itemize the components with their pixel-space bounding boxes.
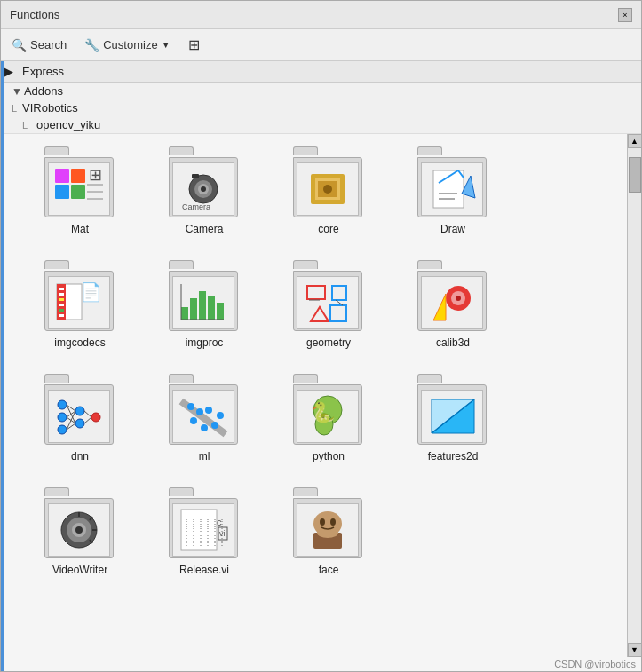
svg-marker-49 <box>433 294 446 320</box>
list-item[interactable]: imgproc <box>147 257 262 352</box>
express-label: Express <box>22 65 64 78</box>
svg-point-81 <box>75 526 83 534</box>
imgcodecs-icon-wrapper: 📄 <box>44 260 115 331</box>
icons-area: ⊞ Mat <box>4 134 627 657</box>
svg-text:🐍: 🐍 <box>311 400 336 424</box>
features2d-icon-wrapper <box>417 374 488 445</box>
addons-label: Addons <box>24 84 63 98</box>
imgcodecs-label: imgcodecs <box>54 336 105 349</box>
svg-text:vi: vi <box>219 529 226 538</box>
svg-point-97 <box>320 518 325 526</box>
videowriter-icon <box>53 508 105 552</box>
svg-text:📄: 📄 <box>80 281 102 303</box>
svg-point-66 <box>196 408 203 415</box>
list-item[interactable]: dnn <box>22 370 138 466</box>
list-item[interactable]: core <box>271 143 386 239</box>
svg-text:⊞: ⊞ <box>89 167 102 184</box>
svg-rect-31 <box>59 314 64 317</box>
list-item[interactable]: features2d <box>395 370 511 466</box>
svg-rect-1 <box>71 169 85 183</box>
svg-text:Camera: Camera <box>182 202 210 211</box>
face-label: face <box>319 564 339 576</box>
svg-line-62 <box>84 411 91 417</box>
svg-line-63 <box>84 417 91 423</box>
wrench-icon: 🔧 <box>84 38 99 52</box>
svg-point-52 <box>58 425 67 434</box>
svg-rect-42 <box>330 305 346 321</box>
svg-rect-35 <box>199 291 206 320</box>
svg-text:c: c <box>217 517 222 527</box>
customize-label: Customize <box>103 38 157 51</box>
imgproc-label: imgproc <box>186 336 224 349</box>
list-item[interactable]: ⋮⋮⋮⋮⋮⋮ ⋮⋮⋮⋮⋮⋮ ⋮⋮⋮⋮⋮⋮ ⋮⋮⋮⋮⋮⋮ c vi <box>147 484 262 580</box>
scroll-track[interactable] <box>628 148 641 643</box>
svg-point-68 <box>205 407 212 414</box>
camera-icon: Camera <box>178 167 229 211</box>
svg-point-54 <box>75 419 84 428</box>
imgcodecs-icon: 📄 <box>53 281 105 325</box>
list-item[interactable]: ml <box>147 370 262 466</box>
list-item[interactable]: ⊞ Mat <box>22 143 138 239</box>
dnn-icon-wrapper <box>44 374 115 445</box>
tree-connector-2: L <box>4 120 36 130</box>
tree-section: ▶ Express ▼ Addons L VIRobotics L opencv… <box>4 61 641 134</box>
svg-rect-2 <box>55 185 69 199</box>
list-item[interactable]: 🐍 python <box>271 370 386 466</box>
svg-marker-43 <box>332 286 346 300</box>
opencv-label: opencv_yiku <box>36 118 100 131</box>
tree-connector-1: L <box>4 103 22 114</box>
close-button[interactable]: × <box>618 8 632 22</box>
watermark-text: CSDN @virobotics <box>554 659 636 669</box>
release-label: Release.vi <box>179 564 229 576</box>
imgproc-icon <box>178 281 229 325</box>
list-item[interactable]: calib3d <box>395 257 511 352</box>
list-item[interactable]: geometry <box>271 257 386 352</box>
tree-item-opencv[interactable]: L opencv_yiku <box>4 116 641 133</box>
face-icon-wrapper <box>293 487 364 558</box>
svg-rect-34 <box>190 298 197 320</box>
core-label: core <box>318 223 338 235</box>
ml-label: ml <box>199 450 210 462</box>
list-item[interactable]: VideoWriter <box>22 484 138 580</box>
scroll-up-button[interactable]: ▲ <box>628 134 642 148</box>
svg-rect-40 <box>307 286 325 299</box>
svg-rect-27 <box>59 293 64 296</box>
panels-button[interactable]: ⊞ <box>183 34 205 56</box>
list-item[interactable]: Camera Camera <box>147 143 262 239</box>
main-panel: ▶ Express ▼ Addons L VIRobotics L opencv… <box>4 61 641 671</box>
svg-point-17 <box>323 185 332 194</box>
svg-point-11 <box>201 186 206 192</box>
scroll-down-button[interactable]: ▼ <box>628 643 642 657</box>
imgproc-icon-wrapper <box>169 260 240 331</box>
mat-icon-wrapper: ⊞ <box>44 146 115 217</box>
toolbar: 🔍 Search 🔧 Customize ▼ ⊞ <box>1 29 641 61</box>
calib3d-icon-wrapper <box>417 260 488 331</box>
tree-item-express[interactable]: ▶ Express <box>4 61 641 83</box>
scroll-thumb[interactable] <box>629 157 641 193</box>
window-controls: × <box>618 8 632 22</box>
dnn-icon <box>53 394 105 439</box>
geometry-label: geometry <box>306 336 351 349</box>
mat-label: Mat <box>71 223 89 235</box>
customize-button[interactable]: 🔧 Customize ▼ <box>79 36 175 55</box>
svg-point-69 <box>211 422 218 429</box>
draw-label: Draw <box>440 223 465 235</box>
search-button[interactable]: 🔍 Search <box>6 36 72 55</box>
search-icon: 🔍 <box>12 38 27 52</box>
svg-rect-30 <box>59 309 64 312</box>
list-item[interactable]: Draw <box>395 143 511 239</box>
svg-rect-26 <box>59 288 64 290</box>
python-icon: 🐍 <box>302 394 353 439</box>
ml-icon <box>178 394 229 439</box>
svg-point-48 <box>456 296 461 301</box>
core-icon <box>302 167 353 211</box>
tree-item-virobotics[interactable]: L VIRobotics <box>4 99 641 116</box>
title-bar: Functions × <box>1 1 641 29</box>
svg-rect-36 <box>208 296 215 320</box>
camera-label: Camera <box>186 223 224 235</box>
list-item[interactable]: face <box>271 484 386 580</box>
list-item[interactable]: 📄 imgcodecs <box>22 257 138 352</box>
release-icon-wrapper: ⋮⋮⋮⋮⋮⋮ ⋮⋮⋮⋮⋮⋮ ⋮⋮⋮⋮⋮⋮ ⋮⋮⋮⋮⋮⋮ c vi <box>169 487 240 558</box>
tree-item-addons[interactable]: ▼ Addons <box>4 83 641 99</box>
icons-grid: ⊞ Mat <box>22 143 609 580</box>
